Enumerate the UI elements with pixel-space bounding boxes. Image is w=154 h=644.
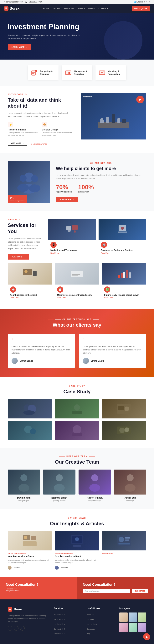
service-0-title: Marketing and Technology [50,249,94,251]
footer-service-1[interactable]: Service Link 2 [54,617,81,621]
footer-useful-links: About Us Our Team Our Services Contact U… [87,612,114,635]
client-view-more-button[interactable]: VIEW MORE → [56,197,78,202]
services-second-row: ☁️ Your business in the cloud Read More … [8,264,146,301]
service-2-icon: ☁️ [10,286,16,292]
insta-img-5[interactable] [138,623,146,632]
footer-service-4[interactable]: Service Link 5 [54,632,81,635]
flexible-icon: ⚡ [8,122,13,128]
team-name-2: Robert Pineda [79,496,111,499]
footer-useful-4[interactable]: Blog [87,632,114,635]
footer-useful-3[interactable]: Contact Us [87,627,114,630]
badge-text: Years of experience [10,200,25,202]
back-to-top-button[interactable]: ▲ [143,633,150,640]
nav-about[interactable]: ABOUT [53,7,60,10]
footer-service-3[interactable]: Service Link 4 [54,627,81,630]
insight-0: LATEST NEWS - 20 June New Accessories in… [8,531,52,570]
stats-row: 70% Happy Customers 100% Satisfaction [56,184,146,193]
more-features-link[interactable]: ⊕ MORE FEATURES [30,143,48,145]
service-4-link[interactable]: Read More [104,297,144,299]
logo[interactable]: B Borex [4,6,20,11]
footer-service-0[interactable]: Service Link 1 [54,612,81,616]
get-quote-button[interactable]: GET A QUOTE [132,6,150,11]
footer-about-col: B Borex Lorem ipsum dolor sit amet conse… [8,607,48,636]
services-title: Services for You [8,222,42,234]
why-text: Lorem ipsum dolor sit amet consectetur a… [8,112,73,118]
why-title: Take all data and think about it! [8,97,73,109]
service-3-link[interactable]: Read More [57,297,97,299]
hero-cta-button[interactable]: LEARN MORE → [8,44,31,50]
stat-happy-number: 70% [56,184,72,191]
case-img-6[interactable] [102,421,146,440]
view-more-button[interactable]: VIEW MORE → [8,141,27,146]
case-img-4[interactable] [8,421,52,440]
service-0-icon: 📱 [50,242,57,248]
svg-point-20 [29,184,40,192]
instagram-grid [119,612,146,632]
svg-rect-27 [118,232,127,233]
management-icon [65,69,72,76]
insight-2: LATEST NEWS [102,531,146,570]
service-card-2-image [8,264,52,284]
top-bar: ✉ contact@borex.com 📞 +1 (555) 123-4567 … [0,0,154,4]
nav-services[interactable]: SERVICES [64,7,74,10]
service-card-3-content: 📋 Major projects & contract advisory Rea… [55,284,99,301]
creative-icon: 🎨 [42,122,47,128]
stat-satisfaction-label: Satisfaction [78,191,94,193]
insta-img-2[interactable] [138,612,146,622]
footer-logo-icon: B [8,607,12,612]
why-video-thumbnail[interactable]: ▶ Play video [81,93,146,140]
case-img-5[interactable] [55,421,99,440]
service-2-link[interactable]: Read More [10,297,50,299]
quote-icon-0: " [12,338,71,343]
flexible-title: Flexible Solutions [8,128,39,131]
footer-useful-0[interactable]: About Us [87,612,114,616]
insta-img-0[interactable] [119,612,128,622]
insight-title-0: New Accessories in Stock [8,555,52,558]
linkedin-icon[interactable]: in [20,626,25,630]
top-bar-right: 🌐 English f t in [134,1,150,3]
cta-subscribe-button[interactable]: SUBSCRIBE [132,589,148,593]
case-img-1[interactable] [8,399,52,418]
budgeting-icon [31,69,38,76]
team-member-1: Barbara Smith painting director [43,470,75,502]
svg-point-54 [124,428,129,432]
insight-title-1: New Accessories in Stock [55,555,99,558]
service-0-link[interactable]: Read More [50,252,94,254]
case-img-3[interactable] [102,399,146,418]
nav-pages[interactable]: PAGES [78,7,85,10]
modeling-icon [99,69,105,76]
service-4-icon: 💹 [104,286,110,292]
service-card-1-content: 🏛️ Business as Policy and Strategy Read … [99,240,146,256]
svg-point-47 [124,406,129,411]
service-1-link[interactable]: Read More [101,252,144,254]
arrow-right-icon: → [22,142,24,144]
team-member-2: Robert Pineda Project Manager [79,470,111,502]
insta-img-1[interactable] [129,612,137,622]
play-button[interactable]: ▶ [136,96,144,103]
insta-img-3[interactable] [119,623,128,632]
service-card-management: Management Reporting [62,65,92,80]
team-member-3: Jenna Sue Top design [114,470,146,502]
twitter-icon[interactable]: t [14,626,19,630]
services-join-button[interactable]: JOIN MORE → [8,254,29,260]
case-img-2[interactable] [55,399,99,418]
modeling-title: Modeling & Forecasting [108,70,123,76]
cta-email-input[interactable] [83,589,130,593]
case-study-grid [8,399,146,440]
footer-useful-2[interactable]: Our Services [87,622,114,626]
insight-tag-0: LATEST NEWS - 20 June [8,552,52,554]
service-card-3: 📋 Major projects & contract advisory Rea… [55,264,99,301]
nav-news[interactable]: NEWS [88,7,94,10]
insight-text-0: Lorem ipsum dolor sit amet consectetur a… [8,559,52,564]
nav-contact[interactable]: CONTACT [98,7,108,10]
insta-img-4[interactable] [129,623,137,632]
footer-service-2[interactable]: Service Link 3 [54,622,81,626]
social-links[interactable]: f t in [144,1,150,3]
nav-home[interactable]: HOME [43,7,49,10]
flexible-text: Lorem ipsum dolor sit amet consectetur a… [8,132,39,137]
footer-useful-1[interactable]: Our Team [87,617,114,621]
team-img-2 [79,470,111,494]
budgeting-title: Budgeting & Planning [40,70,55,76]
hero-title: Investment Planning [8,23,81,31]
facebook-icon[interactable]: f [8,626,12,630]
